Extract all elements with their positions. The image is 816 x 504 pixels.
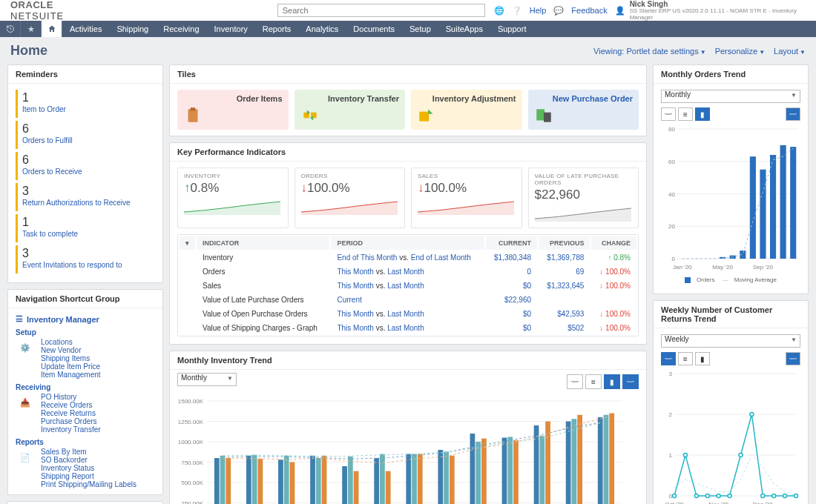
reminder-row: 1Task to complete: [16, 214, 155, 242]
mo-bar[interactable]: ▮: [695, 107, 710, 121]
nsg-link[interactable]: SO Backorder: [41, 456, 88, 464]
nsg-setup-hd: Setup: [16, 328, 155, 336]
svg-rect-26: [252, 455, 257, 504]
svg-rect-1: [191, 107, 196, 110]
reminder-link[interactable]: Return Authorizations to Receive: [22, 199, 131, 207]
tile-inventory-transfer[interactable]: Inventory Transfer: [295, 90, 406, 130]
nav-setup[interactable]: Setup: [402, 21, 438, 37]
chart-line-btn[interactable]: 〰: [567, 374, 583, 389]
chart-list-btn[interactable]: ≡: [585, 374, 602, 389]
svg-text:60: 60: [668, 159, 675, 165]
nsg-link[interactable]: Item Management: [41, 371, 101, 379]
svg-point-106: [673, 494, 677, 498]
reminder-link[interactable]: Item to Order: [22, 105, 66, 113]
nsg-link[interactable]: Shipping Items: [41, 354, 90, 362]
nsg-link[interactable]: Locations: [41, 338, 73, 346]
monthly-orders-chart: 020406080Jan '20May '20Sep '20: [661, 125, 802, 273]
wr-line[interactable]: 〰: [661, 352, 676, 365]
svg-point-107: [683, 454, 687, 457]
mo-area[interactable]: 〰: [786, 107, 800, 121]
help-icon[interactable]: ❔: [512, 5, 522, 16]
nsg-link[interactable]: Receive Orders: [41, 401, 92, 409]
reminder-link[interactable]: Orders to Receive: [22, 168, 82, 176]
top-bar: ORACLE NETSUITE 🌐 ❔Help 💬Feedback 👤 Nick…: [0, 0, 816, 21]
kpi-row: InventoryEnd of This Month vs. End of La…: [180, 251, 636, 264]
svg-point-116: [783, 494, 787, 498]
mo-line[interactable]: 〰: [661, 107, 676, 121]
home-icon[interactable]: [42, 21, 62, 37]
history-icon[interactable]: [0, 21, 21, 37]
svg-rect-61: [534, 425, 539, 504]
reminder-row: 1Item to Order: [16, 90, 155, 118]
nsg-link[interactable]: New Vendor: [41, 346, 81, 354]
reminder-row: 3Event Invitations to respond to: [16, 245, 155, 273]
chart-area-btn[interactable]: 〰: [622, 374, 639, 389]
nsg-link[interactable]: PO History: [41, 393, 76, 401]
nav-suiteapps[interactable]: SuiteApps: [438, 21, 490, 37]
kpi-portlet: Key Performance Indicators INVENTORY↑0.8…: [169, 142, 647, 345]
monthly-orders-period[interactable]: Monthly: [661, 90, 800, 103]
personalize-link[interactable]: Personalize▼: [715, 47, 765, 56]
nsg-link[interactable]: Inventory Transfer: [41, 425, 101, 434]
reminder-row: 6Orders to Receive: [16, 152, 155, 180]
tile-order-items[interactable]: Order Items: [177, 90, 289, 130]
reminder-row: 6Orders to Fulfill: [16, 121, 155, 149]
tiles-portlet: Tiles Order Items Inventory Transfer Inv…: [169, 64, 647, 136]
mo-list[interactable]: ≡: [678, 107, 693, 121]
reminder-link[interactable]: Event Invitations to respond to: [22, 261, 122, 269]
feedback-icon[interactable]: 💬: [553, 5, 564, 16]
reminder-link[interactable]: Task to complete: [22, 230, 78, 238]
mo-legend: Orders ---Moving Average: [661, 275, 800, 288]
svg-text:Sep '20: Sep '20: [753, 264, 773, 271]
tiles-title: Tiles: [170, 65, 646, 84]
nav-reports[interactable]: Reports: [255, 21, 299, 37]
layout-link[interactable]: Layout▼: [774, 47, 806, 56]
svg-text:3: 3: [669, 371, 673, 377]
weekly-returns-period[interactable]: Weekly: [661, 334, 800, 348]
nsg-link[interactable]: Shipping Report: [41, 472, 94, 480]
svg-rect-43: [386, 471, 391, 504]
wr-area[interactable]: 〰: [786, 352, 800, 365]
wr-list[interactable]: ≡: [678, 352, 693, 365]
kpi-row: Value of Open Purchase OrdersThis Month …: [180, 308, 636, 320]
feedback-link[interactable]: Feedback: [571, 6, 607, 15]
viewing-link[interactable]: Viewing: Portlet date settings▼: [593, 47, 706, 56]
nav-shortcut-portlet: Navigation Shortcut Group ☰Inventory Man…: [7, 289, 163, 495]
search-input[interactable]: [277, 4, 485, 17]
help-link[interactable]: Help: [530, 6, 547, 15]
svg-rect-4: [419, 112, 429, 122]
nsg-link[interactable]: Update Item Price: [41, 362, 100, 371]
nsg-link[interactable]: Purchase Orders: [41, 417, 97, 425]
user-role: SS Starter ERP US v2020.2.0 11.11 - NOAM…: [630, 8, 806, 21]
adjust-icon: [417, 106, 436, 125]
star-icon[interactable]: ★: [21, 21, 42, 37]
svg-text:0: 0: [672, 256, 676, 262]
global-search[interactable]: [277, 4, 485, 17]
nav-activities[interactable]: Activities: [62, 21, 109, 37]
nsg-link[interactable]: Receive Returns: [41, 409, 96, 417]
tile-new-po[interactable]: New Purchase Order: [528, 90, 639, 130]
monthly-inventory-chart: 0.00K250.00K500.00K750.00K1000.00K1250.0…: [170, 394, 630, 504]
reminder-link[interactable]: Orders to Fulfill: [22, 136, 73, 145]
chart-bar-btn[interactable]: ▮: [604, 374, 620, 389]
nsg-link[interactable]: Sales By Item: [41, 448, 87, 456]
language-icon[interactable]: 🌐: [494, 5, 504, 16]
nav-receiving[interactable]: Receiving: [156, 21, 206, 37]
nsg-link[interactable]: Inventory Status: [41, 464, 94, 472]
nav-shipping[interactable]: Shipping: [109, 21, 156, 37]
nav-documents[interactable]: Documents: [346, 21, 402, 37]
svg-point-115: [772, 494, 776, 498]
svg-rect-50: [444, 451, 449, 504]
nsg-main[interactable]: ☰Inventory Manager: [16, 314, 155, 324]
monthly-inv-title: Monthly Inventory Trend: [170, 351, 646, 370]
wr-bar[interactable]: ▮: [695, 352, 710, 365]
nav-analytics[interactable]: Analytics: [298, 21, 346, 37]
nav-support[interactable]: Support: [490, 21, 534, 37]
nsg-recv-hd: Receiving: [16, 383, 155, 391]
user-menu[interactable]: 👤 Nick SinghSS Starter ERP US v2020.2.0 …: [615, 0, 806, 21]
tile-inventory-adjustment[interactable]: Inventory Adjustment: [411, 90, 522, 130]
nav-inventory[interactable]: Inventory: [207, 21, 255, 37]
nsg-link[interactable]: Print Shipping/Mailing Labels: [41, 480, 136, 488]
monthly-inv-period[interactable]: Monthly: [177, 373, 237, 386]
svg-text:80: 80: [668, 126, 675, 133]
